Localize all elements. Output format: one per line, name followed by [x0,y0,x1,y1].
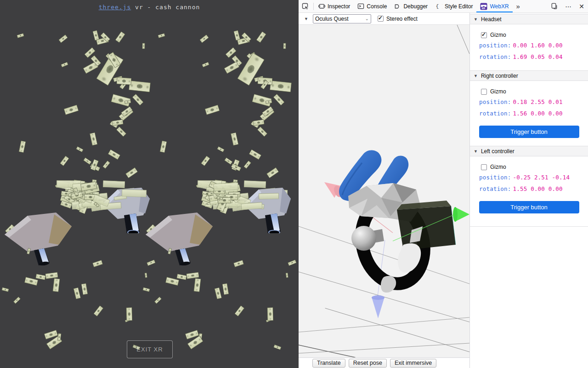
tab-webxr[interactable]: XR WebXR [476,0,512,12]
position-label: position: [479,42,511,49]
tab-inspector[interactable]: Inspector [315,0,354,12]
close-devtools-button[interactable]: ✕ [575,3,588,10]
gizmo-row: Gizmo [470,162,588,172]
money-bill [121,189,146,197]
money-bill [60,155,69,166]
section-triangle-icon: ▼ [474,17,478,22]
xr-3d-viewport[interactable] [299,25,469,357]
more-tabs-chevron[interactable]: » [513,0,524,12]
rotation-row: rotation: 1.55 0.00 0.00 [470,183,588,195]
devtools-panel: Inspector Console Debugger { } Style Edi… [299,0,588,368]
threejs-vr-canvas[interactable]: three.js vr - cash cannon EXIT XR [0,0,299,368]
money-bill [224,61,239,74]
money-bill [273,344,281,350]
money-bill [103,180,125,188]
position-value: 0.18 2.55 0.01 [513,98,563,105]
money-bill [288,259,297,266]
section-title: Left controller [481,148,514,155]
money-bill [19,140,26,153]
section-title: Headset [481,16,502,23]
money-bill [201,155,210,166]
money-bill [124,100,131,104]
scene-title: three.js vr - cash cannon [0,4,299,11]
toolbar-right-buttons: ⋯ ✕ [547,0,588,12]
money-bill [217,146,225,152]
tab-debugger[interactable]: Debugger [390,0,431,12]
select-chevron-icon: ⌄ [365,16,369,21]
inspector-icon [318,3,325,10]
tab-console-label: Console [367,3,387,10]
tab-console[interactable]: Console [354,0,390,12]
debugger-icon [394,3,401,10]
money-bill [93,305,103,316]
money-bill [222,283,229,295]
gizmo-label: Gizmo [490,32,506,38]
collapse-triangle-icon[interactable]: ▼ [304,17,308,21]
money-bill [17,33,24,38]
money-bill [92,259,103,267]
threejs-link[interactable]: three.js [99,4,131,11]
pick-element-icon [302,3,309,10]
gizmo-checkbox[interactable] [481,89,487,95]
money-bill [160,140,167,153]
right-trigger-button[interactable]: Trigger button [479,126,579,138]
rotation-label: rotation: [479,110,511,117]
money-bill [129,80,151,92]
svg-text:XR: XR [482,7,486,10]
money-bill [112,119,123,126]
money-bill [266,167,279,178]
console-icon [357,3,364,10]
left-trigger-button[interactable]: Trigger button [479,201,579,213]
stereo-effect-option: Stereo effect [378,16,418,22]
exit-immersive-button[interactable]: Exit immersive [390,359,436,368]
rotation-label: rotation: [479,53,511,60]
money-bill [92,30,99,40]
money-bill [205,104,220,115]
section-body-headset: Gizmo position: 0.00 1.60 0.00 rotation:… [470,24,588,69]
webxr-sidebar: ▼ Headset Gizmo position: 0.00 1.60 0.00… [469,13,588,368]
tab-style-editor[interactable]: { } Style Editor [431,0,476,12]
money-bill [144,272,147,278]
money-bill [116,77,131,85]
position-label: position: [479,98,511,105]
section-header-left-controller[interactable]: ▼ Left controller [470,146,588,156]
stereo-effect-checkbox[interactable] [378,16,384,22]
gizmo-label: Gizmo [490,164,506,170]
svg-text:{ }: { } [436,4,443,9]
money-bill [107,150,120,160]
xr-3d-viewport-canvas [299,25,469,357]
pick-element-button[interactable] [299,0,312,12]
scene-title-text: vr - cash cannon [131,4,200,11]
position-row: position: 0.00 1.60 0.00 [470,40,588,51]
reset-pose-button[interactable]: Reset pose [349,359,387,368]
responsive-design-mode-button[interactable] [547,3,561,10]
money-bill [249,150,261,160]
section-triangle-icon: ▼ [474,149,478,154]
devtools-menu-button[interactable]: ⋯ [561,3,575,10]
money-bill [230,132,238,145]
gizmo-checkbox[interactable] [481,164,487,170]
money-bill [214,182,238,191]
cash-cannon-left-eye-left [4,208,77,265]
money-bill [199,34,209,43]
translate-button[interactable]: Translate [312,359,345,368]
money-bill [233,259,244,267]
webxr-viewport-column: ▼ Oculus Quest ⌄ Stereo effect [299,13,469,368]
money-bill [53,278,60,292]
cash-cannon-right-eye-left [145,208,218,265]
section-header-right-controller[interactable]: ▼ Right controller [470,70,588,81]
position-label: position: [479,174,511,181]
webxr-device-bar: ▼ Oculus Quest ⌄ Stereo effect [299,13,469,25]
money-bill [256,31,266,43]
gizmo-label: Gizmo [490,88,506,95]
section-header-headset[interactable]: ▼ Headset [470,14,588,24]
gizmo-checkbox[interactable] [481,32,487,38]
money-bill [132,94,144,106]
rotation-label: rotation: [479,185,511,192]
money-bill [204,204,211,207]
device-select[interactable]: Oculus Quest ⌄ [313,14,371,23]
section-body-left-controller: Gizmo position: -0.25 2.51 -0.14 rotatio… [470,156,588,220]
exit-xr-button[interactable]: EXIT XR [127,340,173,358]
money-bill [116,126,127,137]
z-axis-arrow [372,295,384,318]
